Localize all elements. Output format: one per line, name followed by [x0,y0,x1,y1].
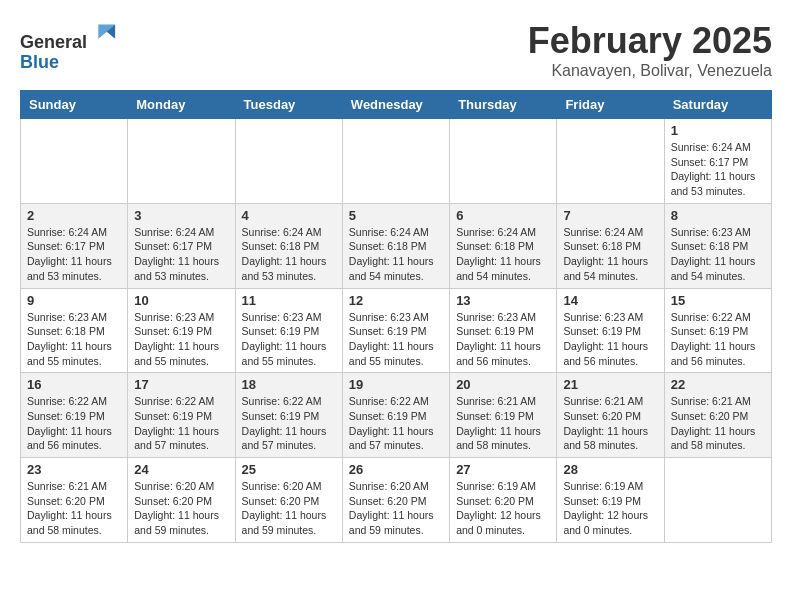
empty-cell [450,119,557,204]
weekday-header-thursday: Thursday [450,91,557,119]
day-number: 16 [27,377,121,392]
day-number: 15 [671,293,765,308]
day-info: Sunrise: 6:21 AM Sunset: 6:20 PM Dayligh… [563,394,657,453]
logo: General Blue [20,20,117,73]
day-cell-8: 8Sunrise: 6:23 AM Sunset: 6:18 PM Daylig… [664,203,771,288]
weekday-header-saturday: Saturday [664,91,771,119]
day-info: Sunrise: 6:22 AM Sunset: 6:19 PM Dayligh… [349,394,443,453]
empty-cell [128,119,235,204]
day-number: 7 [563,208,657,223]
day-number: 22 [671,377,765,392]
day-number: 21 [563,377,657,392]
week-row-1: 1Sunrise: 6:24 AM Sunset: 6:17 PM Daylig… [21,119,772,204]
day-number: 10 [134,293,228,308]
day-info: Sunrise: 6:24 AM Sunset: 6:17 PM Dayligh… [671,140,765,199]
day-number: 8 [671,208,765,223]
day-number: 14 [563,293,657,308]
day-info: Sunrise: 6:21 AM Sunset: 6:20 PM Dayligh… [671,394,765,453]
day-cell-3: 3Sunrise: 6:24 AM Sunset: 6:17 PM Daylig… [128,203,235,288]
day-number: 19 [349,377,443,392]
day-info: Sunrise: 6:22 AM Sunset: 6:19 PM Dayligh… [671,310,765,369]
day-number: 18 [242,377,336,392]
day-cell-13: 13Sunrise: 6:23 AM Sunset: 6:19 PM Dayli… [450,288,557,373]
week-row-3: 9Sunrise: 6:23 AM Sunset: 6:18 PM Daylig… [21,288,772,373]
day-info: Sunrise: 6:24 AM Sunset: 6:18 PM Dayligh… [456,225,550,284]
day-info: Sunrise: 6:22 AM Sunset: 6:19 PM Dayligh… [134,394,228,453]
day-info: Sunrise: 6:24 AM Sunset: 6:17 PM Dayligh… [134,225,228,284]
day-info: Sunrise: 6:23 AM Sunset: 6:18 PM Dayligh… [671,225,765,284]
day-number: 20 [456,377,550,392]
day-info: Sunrise: 6:19 AM Sunset: 6:19 PM Dayligh… [563,479,657,538]
location: Kanavayen, Bolivar, Venezuela [528,62,772,80]
day-cell-14: 14Sunrise: 6:23 AM Sunset: 6:19 PM Dayli… [557,288,664,373]
day-cell-15: 15Sunrise: 6:22 AM Sunset: 6:19 PM Dayli… [664,288,771,373]
day-cell-5: 5Sunrise: 6:24 AM Sunset: 6:18 PM Daylig… [342,203,449,288]
day-cell-27: 27Sunrise: 6:19 AM Sunset: 6:20 PM Dayli… [450,458,557,543]
day-info: Sunrise: 6:23 AM Sunset: 6:19 PM Dayligh… [456,310,550,369]
day-cell-21: 21Sunrise: 6:21 AM Sunset: 6:20 PM Dayli… [557,373,664,458]
empty-cell [557,119,664,204]
day-number: 24 [134,462,228,477]
day-number: 4 [242,208,336,223]
logo-general: General [20,32,87,52]
day-info: Sunrise: 6:23 AM Sunset: 6:18 PM Dayligh… [27,310,121,369]
day-number: 2 [27,208,121,223]
day-number: 11 [242,293,336,308]
day-cell-4: 4Sunrise: 6:24 AM Sunset: 6:18 PM Daylig… [235,203,342,288]
day-info: Sunrise: 6:23 AM Sunset: 6:19 PM Dayligh… [242,310,336,369]
day-info: Sunrise: 6:23 AM Sunset: 6:19 PM Dayligh… [134,310,228,369]
day-cell-16: 16Sunrise: 6:22 AM Sunset: 6:19 PM Dayli… [21,373,128,458]
day-cell-23: 23Sunrise: 6:21 AM Sunset: 6:20 PM Dayli… [21,458,128,543]
day-cell-7: 7Sunrise: 6:24 AM Sunset: 6:18 PM Daylig… [557,203,664,288]
empty-cell [342,119,449,204]
day-number: 27 [456,462,550,477]
weekday-header-row: SundayMondayTuesdayWednesdayThursdayFrid… [21,91,772,119]
day-number: 25 [242,462,336,477]
day-info: Sunrise: 6:22 AM Sunset: 6:19 PM Dayligh… [242,394,336,453]
week-row-2: 2Sunrise: 6:24 AM Sunset: 6:17 PM Daylig… [21,203,772,288]
logo-blue: Blue [20,52,59,72]
weekday-header-friday: Friday [557,91,664,119]
day-info: Sunrise: 6:24 AM Sunset: 6:18 PM Dayligh… [242,225,336,284]
empty-cell [664,458,771,543]
weekday-header-wednesday: Wednesday [342,91,449,119]
week-row-5: 23Sunrise: 6:21 AM Sunset: 6:20 PM Dayli… [21,458,772,543]
title-area: February 2025 Kanavayen, Bolivar, Venezu… [528,20,772,80]
day-info: Sunrise: 6:23 AM Sunset: 6:19 PM Dayligh… [563,310,657,369]
day-cell-6: 6Sunrise: 6:24 AM Sunset: 6:18 PM Daylig… [450,203,557,288]
day-info: Sunrise: 6:20 AM Sunset: 6:20 PM Dayligh… [134,479,228,538]
day-info: Sunrise: 6:24 AM Sunset: 6:18 PM Dayligh… [349,225,443,284]
logo-icon [89,20,117,48]
day-number: 12 [349,293,443,308]
day-cell-18: 18Sunrise: 6:22 AM Sunset: 6:19 PM Dayli… [235,373,342,458]
day-number: 26 [349,462,443,477]
day-number: 13 [456,293,550,308]
weekday-header-monday: Monday [128,91,235,119]
weekday-header-tuesday: Tuesday [235,91,342,119]
day-number: 28 [563,462,657,477]
day-cell-24: 24Sunrise: 6:20 AM Sunset: 6:20 PM Dayli… [128,458,235,543]
calendar-table: SundayMondayTuesdayWednesdayThursdayFrid… [20,90,772,543]
day-info: Sunrise: 6:24 AM Sunset: 6:18 PM Dayligh… [563,225,657,284]
day-cell-25: 25Sunrise: 6:20 AM Sunset: 6:20 PM Dayli… [235,458,342,543]
day-info: Sunrise: 6:21 AM Sunset: 6:19 PM Dayligh… [456,394,550,453]
day-cell-1: 1Sunrise: 6:24 AM Sunset: 6:17 PM Daylig… [664,119,771,204]
day-number: 5 [349,208,443,223]
day-info: Sunrise: 6:20 AM Sunset: 6:20 PM Dayligh… [242,479,336,538]
day-cell-22: 22Sunrise: 6:21 AM Sunset: 6:20 PM Dayli… [664,373,771,458]
day-number: 3 [134,208,228,223]
day-cell-2: 2Sunrise: 6:24 AM Sunset: 6:17 PM Daylig… [21,203,128,288]
day-cell-26: 26Sunrise: 6:20 AM Sunset: 6:20 PM Dayli… [342,458,449,543]
day-cell-9: 9Sunrise: 6:23 AM Sunset: 6:18 PM Daylig… [21,288,128,373]
day-cell-20: 20Sunrise: 6:21 AM Sunset: 6:19 PM Dayli… [450,373,557,458]
day-info: Sunrise: 6:23 AM Sunset: 6:19 PM Dayligh… [349,310,443,369]
day-info: Sunrise: 6:21 AM Sunset: 6:20 PM Dayligh… [27,479,121,538]
weekday-header-sunday: Sunday [21,91,128,119]
day-number: 23 [27,462,121,477]
day-cell-28: 28Sunrise: 6:19 AM Sunset: 6:19 PM Dayli… [557,458,664,543]
day-number: 1 [671,123,765,138]
day-cell-17: 17Sunrise: 6:22 AM Sunset: 6:19 PM Dayli… [128,373,235,458]
day-number: 6 [456,208,550,223]
page-header: General Blue February 2025 Kanavayen, Bo… [20,20,772,80]
week-row-4: 16Sunrise: 6:22 AM Sunset: 6:19 PM Dayli… [21,373,772,458]
